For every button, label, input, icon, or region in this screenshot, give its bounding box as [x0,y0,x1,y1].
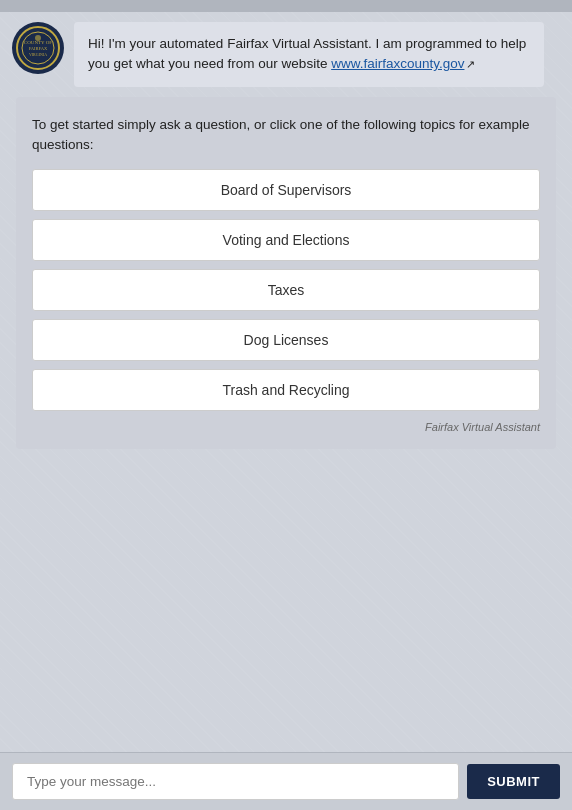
svg-text:FAIRFAX: FAIRFAX [29,46,48,51]
messages-area: COUNTY OF FAIRFAX VIRGINIA Hi! I'm your … [0,12,572,752]
message-input[interactable] [12,763,459,800]
top-bar [0,0,572,12]
topics-intro-text: To get started simply ask a question, or… [32,115,540,156]
avatar: COUNTY OF FAIRFAX VIRGINIA [12,22,64,74]
website-link[interactable]: www.fairfaxcounty.gov [331,56,464,71]
submit-button[interactable]: SUBMIT [467,764,560,799]
svg-point-5 [35,35,41,41]
bot-greeting-bubble: Hi! I'm your automated Fairfax Virtual A… [74,22,544,87]
input-area: SUBMIT [0,752,572,810]
chat-container: COUNTY OF FAIRFAX VIRGINIA Hi! I'm your … [0,0,572,810]
empty-background [12,459,560,742]
topic-button-taxes[interactable]: Taxes [32,269,540,311]
card-footer: Fairfax Virtual Assistant [32,421,540,433]
topic-button-voting-and-elections[interactable]: Voting and Elections [32,219,540,261]
topic-button-dog-licenses[interactable]: Dog Licenses [32,319,540,361]
svg-text:VIRGINIA: VIRGINIA [29,52,47,57]
seal-icon: COUNTY OF FAIRFAX VIRGINIA [16,26,60,70]
bot-greeting-wrapper: COUNTY OF FAIRFAX VIRGINIA Hi! I'm your … [12,22,560,87]
topic-button-board-of-supervisors[interactable]: Board of Supervisors [32,169,540,211]
topics-card: To get started simply ask a question, or… [16,97,556,450]
external-link-icon: ↗ [466,56,475,73]
topic-button-trash-and-recycling[interactable]: Trash and Recycling [32,369,540,411]
